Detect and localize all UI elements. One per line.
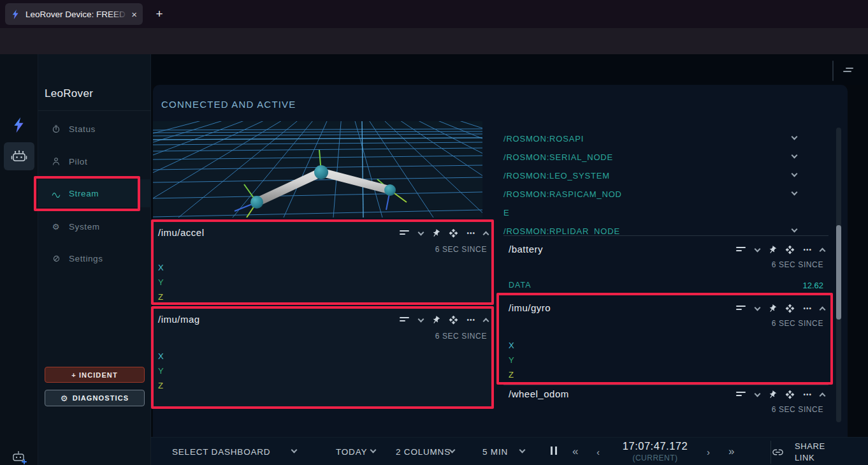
browser-tab-bar: LeoRover Device: FREED × + [0,0,868,28]
timestamp: 17:07:47.172 [604,440,706,452]
robot-3d-viewport[interactable] [153,121,482,218]
panel-title: /imu/mag [158,314,200,325]
chevron-down-icon[interactable] [291,447,298,454]
filter-icon[interactable] [736,391,747,398]
battery-data-value: 12.62 [802,281,823,290]
battery-data-label: DATA [509,281,531,290]
sidebar-item-stream[interactable]: Stream [38,179,151,207]
panel-age: 6 SEC SINCE [772,260,823,269]
interval-dropdown[interactable]: 5 MIN [482,438,508,465]
chevron-down-icon[interactable] [792,189,798,196]
skip-forward-icon[interactable]: › [707,438,710,465]
pause-icon[interactable] [551,447,557,455]
node-row[interactable]: /ROSMON:SERIAL_NODE [503,148,828,166]
skip-back-fast-icon[interactable]: « [572,438,578,465]
sidebar-item-pilot[interactable]: Pilot [38,147,151,175]
scrollbar-thumb[interactable] [836,225,841,320]
chevron-down-icon[interactable] [792,171,798,177]
more-options-icon[interactable]: ••• [803,246,812,253]
add-robot-icon[interactable] [10,450,28,465]
panel-age: 6 SEC SINCE [435,332,487,341]
pin-icon[interactable] [768,246,777,255]
sidebar-item-system[interactable]: ⚙ System [38,212,151,240]
filter-icon[interactable] [736,246,747,253]
chevron-down-icon[interactable] [755,304,761,311]
chevron-down-icon[interactable] [792,134,798,140]
pin-icon[interactable] [768,390,777,399]
legend-y: Y [158,277,164,287]
node-row[interactable]: /ROSMON:LEO_SYSTEM [503,166,828,185]
sidebar-item-status[interactable]: Status [38,115,151,143]
sidebar-item-label: Settings [69,254,103,263]
legend-x: X [158,351,164,361]
playback-time[interactable]: 17:07:47.172 (CURRENT) [604,440,706,462]
chevron-down-icon[interactable] [418,316,424,322]
app-top-strip [151,54,868,85]
tab-close-icon[interactable]: × [131,10,137,19]
more-options-icon[interactable]: ••• [467,316,475,323]
filter-icon[interactable] [400,230,410,237]
skip-back-icon[interactable]: ‹ [597,438,600,465]
legend-y: Y [158,366,164,376]
panel-battery: /battery ••• 6 SEC SINCE DATA 12.62 [503,240,828,296]
diagnostics-button[interactable]: ⚙ DIAGNOSTICS [45,390,145,406]
skip-forward-fast-icon[interactable]: » [728,438,734,465]
collapse-icon[interactable] [820,393,826,399]
move-icon[interactable] [449,315,458,325]
columns-dropdown[interactable]: 2 COLUMNS [396,438,451,465]
node-row[interactable]: /ROSMON:ROSAPI [503,129,828,148]
collapse-icon[interactable] [820,248,826,255]
chevron-down-icon[interactable] [792,226,798,233]
browser-tab[interactable]: LeoRover Device: FREED × [5,3,143,25]
chevron-down-icon[interactable] [755,246,761,252]
scrollbar-track[interactable] [836,128,841,422]
more-options-icon[interactable]: ••• [803,305,812,312]
device-robot-tab[interactable] [4,142,34,170]
panel-title: /wheel_odom [509,388,569,399]
share-link-button[interactable]: SHARE LINK [795,441,835,464]
collapse-icon[interactable] [483,318,489,325]
pin-icon[interactable] [431,229,440,238]
move-icon[interactable] [785,245,795,255]
filter-icon[interactable] [400,316,410,323]
scrollbar[interactable] [832,61,834,81]
filter-icon[interactable] [736,305,747,312]
freedom-lightning-icon[interactable] [12,117,26,133]
node-name: /ROSMON:RASPICAM_NODE [503,185,626,222]
select-dashboard-dropdown[interactable]: SELECT DASHBOARD [172,438,270,465]
system-gear-icon: ⚙ [52,221,61,232]
device-sidebar: LeoRover Status Pilot Stream ⚙ System Se… [38,54,151,465]
move-icon[interactable] [785,390,795,399]
sidebar-item-label: System [69,222,100,232]
tab-title-fade [111,6,127,22]
incident-button[interactable]: + INCIDENT [45,367,145,383]
playback-bottom-bar: SELECT DASHBOARD TODAY 2 COLUMNS 5 MIN «… [151,437,868,465]
move-icon[interactable] [449,228,458,238]
battery-data-row: DATA 12.62 [509,281,823,290]
sidebar-item-label: Status [69,124,96,134]
collapse-icon[interactable] [483,232,489,238]
more-options-icon[interactable]: ••• [467,230,475,237]
sidebar-item-settings[interactable]: Settings [38,244,151,272]
chevron-down-icon[interactable] [370,447,377,454]
pin-icon[interactable] [431,316,440,325]
panel-age: 6 SEC SINCE [772,405,823,414]
chevron-down-icon[interactable] [519,447,526,454]
node-row[interactable]: /ROSMON:RPLIDAR_NODE [503,222,828,240]
app-rail [0,54,38,465]
panel-wheel-odom: /wheel_odom ••• 6 SEC SINCE [503,387,828,437]
layout-filter-icon[interactable] [843,66,854,74]
new-tab-button[interactable]: + [152,6,167,22]
sidebar-item-label: Pilot [69,157,87,166]
chevron-down-icon[interactable] [418,229,424,235]
chevron-down-icon[interactable] [755,390,761,397]
more-options-icon[interactable]: ••• [803,391,812,398]
date-range-dropdown[interactable]: TODAY [336,438,367,465]
node-row[interactable]: /ROSMON:RASPICAM_NODE [503,185,828,222]
legend-z: Z [509,370,514,380]
collapse-icon[interactable] [820,307,826,313]
chevron-down-icon[interactable] [792,152,798,159]
move-icon[interactable] [785,304,795,313]
pin-icon[interactable] [768,304,777,313]
settings-icon [52,253,61,263]
